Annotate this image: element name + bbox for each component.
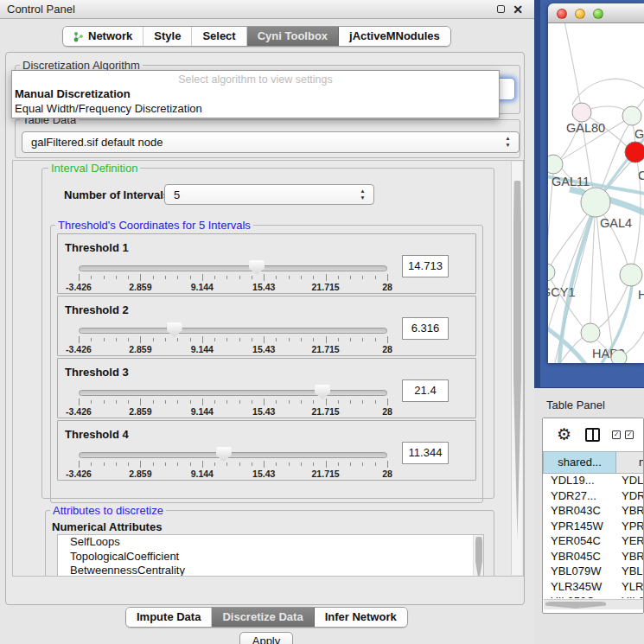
column-header-name[interactable]: n... — [616, 451, 644, 474]
number-of-intervals-label: Number of Intervals — [64, 188, 169, 201]
slider-ticks — [79, 399, 387, 406]
table-header-row: shared... n... — [543, 451, 644, 474]
numerical-attributes-list[interactable]: SelfLoopsTopologicalCoefficientBetweenne… — [57, 534, 484, 577]
network-node-G[interactable] — [622, 106, 641, 125]
attribute-list-item[interactable]: TopologicalCoefficient — [58, 550, 483, 564]
list-scrollbar[interactable] — [473, 535, 483, 577]
tab-jactivemnodules[interactable]: jActiveMNodules — [339, 27, 450, 46]
network-node-GAL4[interactable] — [581, 188, 610, 217]
threshold-value-field[interactable]: 21.4 — [402, 379, 449, 402]
table-row[interactable]: YDL19...YDL1 — [543, 474, 644, 489]
network-node-node-bottom[interactable] — [611, 350, 627, 363]
table-row[interactable]: YBR045CYBR0 — [543, 550, 644, 565]
slider-ticks — [79, 461, 387, 469]
attribute-list-item[interactable]: SelfLoops — [58, 535, 483, 550]
slider-scale-labels: -3.4262.8599.14415.4321.71528 — [79, 282, 387, 292]
scrollbar-thumb[interactable] — [513, 181, 521, 539]
table-data-value: galFiltered.sif default node — [31, 132, 163, 152]
minimize-traffic-light-icon[interactable] — [575, 9, 585, 19]
tab-impute-data[interactable]: Impute Data — [126, 608, 212, 627]
table-row[interactable]: YPR145WYPR1 — [543, 520, 644, 535]
table-row[interactable]: YER054CYER0 — [543, 534, 644, 550]
tab-label: Impute Data — [137, 608, 201, 627]
slider-thumb[interactable] — [216, 447, 232, 462]
close-traffic-light-icon[interactable] — [557, 9, 567, 19]
slider-thumb[interactable] — [315, 385, 330, 399]
tab-label: jActiveMNodules — [349, 27, 440, 46]
zoom-traffic-light-icon[interactable] — [593, 9, 603, 19]
node-label-GAL4: GAL4 — [600, 216, 632, 230]
table-row[interactable]: YBR043CYBR0 — [543, 504, 644, 520]
network-window-titlebar[interactable] — [548, 3, 644, 23]
bottom-tab-bar: Impute DataDiscretize DataInfer Network — [125, 607, 408, 628]
number-of-intervals-value: 5 — [174, 185, 180, 205]
dropdown-item-manual-discretization[interactable]: Manual Discretization — [15, 87, 131, 100]
tab-style[interactable]: Style — [143, 27, 192, 46]
tab-label: Style — [154, 27, 181, 46]
attributes-group-label: Attributes to discretize — [50, 504, 166, 517]
close-icon[interactable]: ✕ — [512, 3, 524, 16]
slider-track[interactable] — [79, 390, 387, 396]
float-window-icon[interactable] — [494, 3, 507, 16]
threshold-value-field[interactable]: 14.713 — [402, 255, 449, 277]
table-row[interactable]: YDR27...YDR2 — [543, 489, 644, 505]
slider-ticks — [79, 336, 387, 344]
threshold-value-field[interactable]: 6.316 — [402, 317, 449, 340]
tab-label: Infer Network — [325, 608, 397, 627]
network-node-HAP2[interactable] — [581, 323, 600, 342]
node-label-H: H — [638, 288, 644, 302]
slider-track[interactable] — [79, 452, 387, 458]
tab-select[interactable]: Select — [192, 27, 246, 46]
right-side-area: GAL80GCGAL11GAL4GCY1HHAP2 Table Panel ⚙ … — [534, 0, 644, 644]
network-node-H[interactable] — [620, 264, 642, 286]
threshold-label: Threshold 4 — [65, 428, 129, 441]
number-of-intervals-combobox[interactable]: 5 ▲▼ — [164, 184, 374, 205]
panel-scrollbar[interactable] — [511, 162, 522, 575]
slider-track[interactable] — [79, 328, 387, 334]
node-label-G: G — [634, 127, 644, 141]
threshold-1-box: Threshold 1-3.4262.8599.14415.4321.71528… — [57, 233, 476, 294]
attribute-list-item[interactable]: BetweennessCentrality — [58, 564, 483, 577]
cell-name: YBL0 — [616, 564, 644, 580]
tab-cyni-toolbox[interactable]: Cyni Toolbox — [247, 27, 339, 46]
threshold-label: Threshold 3 — [65, 366, 129, 379]
cell-shared-name: YDL19... — [543, 474, 616, 489]
slider-thumb[interactable] — [249, 260, 265, 275]
slider-track[interactable] — [79, 265, 387, 271]
network-node-GCY1[interactable] — [548, 264, 555, 281]
threshold-value-field[interactable]: 11.344 — [402, 442, 449, 464]
table-row[interactable]: YIL052CYIL0 — [543, 595, 644, 598]
tab-infer-network[interactable]: Infer Network — [315, 608, 407, 627]
table-horizontal-scrollbar[interactable] — [544, 599, 643, 609]
table-data-combobox[interactable]: galFiltered.sif default node ▲▼ — [22, 131, 520, 153]
checkbox-icon[interactable]: ✓ — [625, 430, 634, 439]
tab-network[interactable]: Network — [63, 27, 143, 46]
panel-title: Control Panel — [7, 0, 75, 19]
apply-button[interactable]: Apply — [239, 632, 293, 644]
thresholds-group-label: Threshold's Coordinates for 5 Intervals — [55, 219, 253, 232]
cell-shared-name: YER054C — [543, 534, 616, 550]
network-canvas[interactable]: GAL80GCGAL11GAL4GCY1HHAP2 — [548, 23, 644, 363]
scrollbar-thumb[interactable] — [545, 602, 606, 609]
tab-label: Cyni Toolbox — [258, 27, 328, 46]
slider-thumb[interactable] — [167, 322, 182, 337]
table-row[interactable]: YBL079WYBL0 — [543, 564, 644, 580]
network-node-C[interactable] — [625, 142, 644, 163]
tab-discretize-data[interactable]: Discretize Data — [212, 608, 314, 627]
cell-name: YBR0 — [616, 504, 644, 520]
split-view-icon[interactable] — [585, 428, 600, 442]
table-row[interactable]: YLR345WYLR3 — [543, 580, 644, 596]
cell-shared-name: YBR045C — [543, 550, 616, 565]
combo-stepper-icon: ▲▼ — [359, 188, 367, 201]
gear-icon[interactable]: ⚙ — [557, 424, 571, 444]
threshold-3-box: Threshold 3-3.4262.8599.14415.4321.71528… — [57, 358, 476, 418]
network-node-GAL11[interactable] — [548, 155, 563, 174]
dropdown-item-equal-width-frequency[interactable]: Equal Width/Frequency Discretization — [15, 102, 202, 115]
threshold-label: Threshold 2 — [65, 303, 129, 316]
slider-scale-labels: -3.4262.8599.14415.4321.71528 — [79, 344, 387, 354]
column-header-shared-name[interactable]: shared... — [543, 451, 616, 474]
slider-scale-labels: -3.4262.8599.14415.4321.71528 — [79, 406, 387, 417]
network-node-GAL80[interactable] — [572, 103, 591, 122]
checkbox-icon[interactable]: ✓ — [612, 430, 621, 439]
cell-shared-name: YIL052C — [543, 595, 616, 598]
